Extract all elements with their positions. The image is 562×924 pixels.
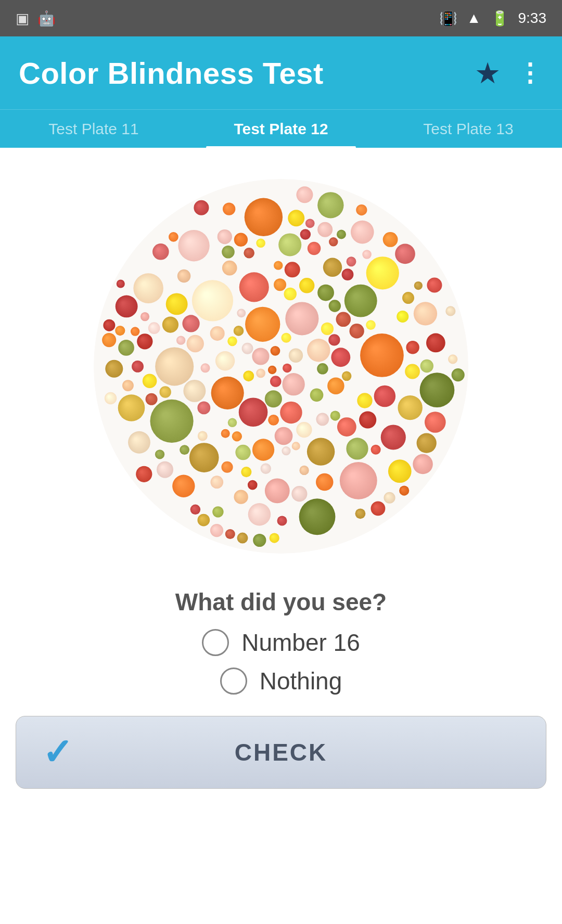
status-bar-right: 📳 ▲ 🔋 9:33 <box>439 10 546 27</box>
screenshot-icon: ▣ <box>16 10 29 27</box>
signal-icon: ▲ <box>467 10 481 27</box>
app-bar-icons: ★ ⋮ <box>475 56 543 90</box>
favorite-icon[interactable]: ★ <box>475 56 501 90</box>
vibrate-icon: 📳 <box>439 10 457 27</box>
option-nothing[interactable]: Nothing <box>220 667 342 695</box>
battery-icon: 🔋 <box>491 10 509 27</box>
android-icon: 🤖 <box>37 10 56 27</box>
status-bar-left: ▣ 🤖 <box>16 10 56 27</box>
radio-nothing[interactable] <box>220 668 247 695</box>
check-icon: ✓ <box>42 731 73 774</box>
radio-number-16[interactable] <box>202 629 229 656</box>
time-display: 9:33 <box>518 10 547 27</box>
check-button[interactable]: ✓ CHECK <box>16 716 546 789</box>
app-bar: Color Blindness Test ★ ⋮ <box>0 36 562 109</box>
option-label-nothing: Nothing <box>260 667 342 695</box>
plate-canvas <box>88 174 474 559</box>
question-text: What did you see? <box>175 588 387 616</box>
ishihara-plate <box>88 174 474 559</box>
check-label: CHECK <box>235 738 328 766</box>
tab-bar: Test Plate 11 Test Plate 12 Test Plate 1… <box>0 109 562 148</box>
status-bar: ▣ 🤖 📳 ▲ 🔋 9:33 <box>0 0 562 36</box>
option-number-16[interactable]: Number 16 <box>202 628 360 657</box>
answer-options: Number 16 Nothing <box>10 628 552 695</box>
more-options-icon[interactable]: ⋮ <box>517 58 543 87</box>
app-title: Color Blindness Test <box>19 56 324 91</box>
tab-test-plate-12[interactable]: Test Plate 12 <box>187 110 375 148</box>
tab-test-plate-13[interactable]: Test Plate 13 <box>375 110 562 148</box>
tab-test-plate-11[interactable]: Test Plate 11 <box>0 110 187 148</box>
main-content: What did you see? Number 16 Nothing ✓ CH… <box>0 148 562 789</box>
option-label-number-16: Number 16 <box>241 628 360 657</box>
